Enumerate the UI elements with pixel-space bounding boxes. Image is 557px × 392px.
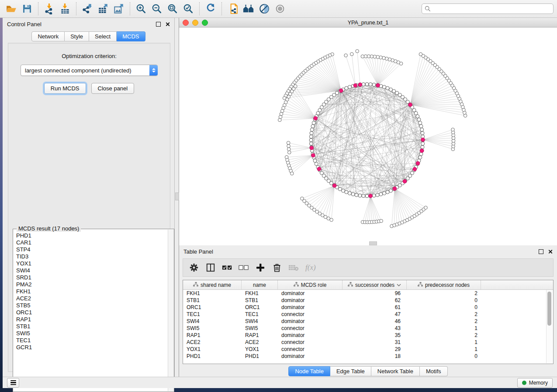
network-leaf-node[interactable]	[287, 144, 291, 148]
result-node-item[interactable]: SRD1	[16, 274, 168, 281]
delete-columns-button[interactable]	[270, 261, 284, 274]
network-node[interactable]	[419, 156, 422, 159]
network-graph-canvas[interactable]	[179, 28, 557, 241]
mcds-hub-node[interactable]	[311, 153, 315, 157]
network-leaf-node[interactable]	[364, 55, 367, 58]
network-node[interactable]	[365, 194, 369, 198]
table-scrollbar[interactable]	[546, 290, 553, 363]
mcds-hub-node[interactable]	[358, 83, 362, 87]
network-node[interactable]	[372, 83, 376, 86]
network-leaf-node[interactable]	[419, 52, 422, 56]
vertical-splitter[interactable]	[175, 18, 179, 377]
import-table-button[interactable]	[59, 2, 72, 15]
table-row[interactable]: PHD1PHD1dominator180	[183, 353, 553, 360]
column-header-successor-nodes[interactable]: successor nodes	[343, 280, 407, 289]
network-node[interactable]	[312, 121, 315, 124]
mcds-hub-node[interactable]	[339, 89, 343, 93]
mcds-hub-node[interactable]	[314, 117, 318, 120]
result-node-item[interactable]: TID3	[16, 253, 168, 260]
tab-style[interactable]: Style	[65, 31, 89, 41]
result-node-item[interactable]: YOX1	[16, 260, 168, 267]
network-node[interactable]	[376, 193, 379, 197]
refresh-layout-button[interactable]	[204, 2, 217, 15]
mcds-hub-node[interactable]	[421, 138, 425, 142]
network-leaf-node[interactable]	[376, 55, 380, 59]
network-node[interactable]	[365, 83, 369, 86]
show-all-button[interactable]	[273, 2, 287, 15]
network-node[interactable]	[383, 192, 386, 195]
column-header-name[interactable]: name	[242, 280, 278, 289]
tab-motifs[interactable]: Motifs	[420, 366, 448, 376]
show-columns-button[interactable]	[204, 261, 217, 274]
network-leaf-node[interactable]	[361, 55, 364, 58]
export-network-button[interactable]	[81, 2, 94, 15]
table-row[interactable]: ORC1ORC1dominator610	[183, 304, 553, 311]
network-node[interactable]	[311, 124, 315, 128]
tab-network[interactable]: Network	[31, 31, 65, 41]
column-header-shared-name[interactable]: shared name	[183, 280, 242, 289]
minimize-window-button[interactable]	[192, 20, 198, 26]
network-leaf-node[interactable]	[370, 55, 374, 58]
network-leaf-node[interactable]	[367, 55, 370, 58]
delete-table-button[interactable]	[287, 261, 300, 274]
network-leaf-node[interactable]	[385, 57, 388, 61]
network-window-titlebar[interactable]: YPA_prune.txt_1	[179, 18, 557, 28]
mcds-hub-node[interactable]	[332, 184, 336, 188]
float-panel-icon[interactable]	[156, 22, 161, 27]
table-row[interactable]: RAP1RAP1dominator352	[183, 332, 553, 339]
mcds-hub-node[interactable]	[413, 167, 417, 171]
mcds-hub-node[interactable]	[317, 167, 321, 171]
result-node-item[interactable]: GCR1	[16, 344, 168, 351]
network-node[interactable]	[310, 131, 313, 135]
result-node-item[interactable]: RAP1	[16, 316, 168, 323]
network-node[interactable]	[345, 86, 348, 90]
result-node-item[interactable]: ACE2	[16, 295, 168, 302]
network-node[interactable]	[421, 145, 424, 149]
network-leaf-node[interactable]	[287, 148, 291, 151]
network-leaf-node[interactable]	[382, 56, 386, 60]
network-node[interactable]	[386, 190, 389, 194]
column-header-predecessor-nodes[interactable]: predecessor nodes	[407, 280, 481, 289]
search-input[interactable]	[422, 3, 554, 14]
export-table-button[interactable]	[97, 2, 110, 15]
close-panel-icon[interactable]	[548, 249, 553, 254]
network-leaf-node[interactable]	[356, 49, 359, 53]
float-panel-icon[interactable]	[539, 249, 543, 254]
network-leaf-node[interactable]	[379, 56, 383, 59]
network-node[interactable]	[351, 193, 355, 196]
zoom-selected-button[interactable]	[182, 2, 195, 15]
network-node[interactable]	[348, 192, 351, 195]
network-node[interactable]	[313, 159, 317, 162]
network-leaf-node[interactable]	[451, 128, 455, 131]
network-leaf-node[interactable]	[330, 218, 333, 222]
memory-button[interactable]: Memory	[517, 378, 553, 388]
create-column-button[interactable]	[254, 261, 267, 274]
network-node[interactable]	[362, 194, 365, 198]
export-image-button[interactable]	[112, 2, 125, 15]
function-builder-button[interactable]: f(x)	[304, 261, 318, 274]
network-node[interactable]	[419, 152, 423, 156]
table-mode-button[interactable]	[187, 261, 201, 274]
task-history-button[interactable]	[7, 378, 19, 388]
deselect-all-button[interactable]	[237, 261, 250, 274]
network-leaf-node[interactable]	[287, 141, 290, 144]
network-leaf-node[interactable]	[279, 115, 282, 119]
column-header-MCDS-role[interactable]: MCDS role	[278, 280, 343, 289]
network-node[interactable]	[383, 85, 386, 89]
tab-mcds[interactable]: MCDS	[117, 31, 145, 41]
network-leaf-node[interactable]	[327, 217, 330, 220]
horizontal-splitter[interactable]	[179, 241, 557, 245]
network-leaf-node[interactable]	[424, 206, 428, 210]
network-node[interactable]	[358, 194, 362, 197]
network-node[interactable]	[362, 83, 365, 86]
result-node-item[interactable]: CAR1	[16, 239, 168, 246]
result-node-item[interactable]: SWI4	[16, 267, 168, 274]
result-node-item[interactable]: SWI5	[16, 330, 168, 337]
network-leaf-node[interactable]	[287, 151, 291, 154]
network-node[interactable]	[310, 128, 314, 131]
tab-select[interactable]: Select	[89, 31, 117, 41]
network-node[interactable]	[345, 190, 348, 194]
mcds-hub-node[interactable]	[353, 83, 357, 87]
result-node-item[interactable]: STP4	[16, 246, 168, 253]
mcds-hub-node[interactable]	[376, 83, 380, 87]
